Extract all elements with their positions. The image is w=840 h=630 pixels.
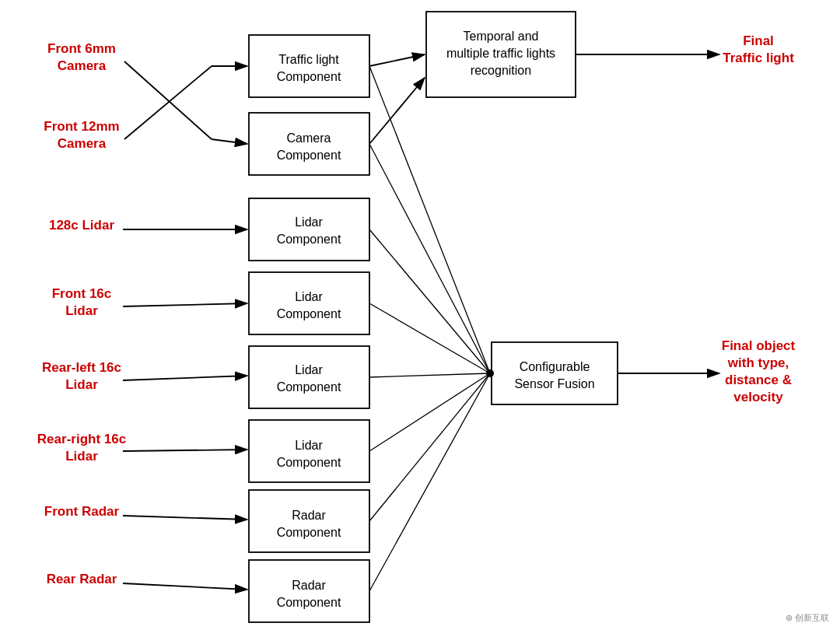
box-lidar2-label: Lidar (295, 290, 323, 303)
label-final-object-4: velocity (733, 390, 783, 404)
box-camera-label2: Component (277, 149, 341, 162)
label-front6mm-2: Camera (58, 58, 107, 73)
svg-line-13 (369, 66, 490, 373)
box-temporal-label2: multiple traffic lights (446, 47, 555, 60)
label-front6mm: Front 6mm (47, 41, 116, 56)
svg-line-15 (369, 229, 490, 373)
label-final-object-2: with type, (727, 355, 789, 370)
box-traffic-light-component (249, 35, 369, 97)
svg-line-9 (123, 583, 247, 590)
box-radar1-label: Radar (292, 509, 326, 522)
label-front16c-2: Lidar (65, 303, 98, 318)
box-lidar1-label2: Component (277, 233, 341, 246)
box-sensor-fusion-label2: Sensor Fusion (514, 377, 594, 390)
svg-line-5 (123, 303, 247, 306)
svg-point-21 (486, 369, 494, 377)
label-final-object: Final object (722, 338, 796, 353)
box-lidar3-component (249, 346, 369, 408)
svg-line-19 (369, 373, 490, 521)
svg-line-6 (123, 376, 247, 380)
box-lidar2-component (249, 272, 369, 334)
box-sensor-fusion-label: Configurable (520, 360, 590, 373)
svg-line-7 (123, 450, 247, 451)
label-rearright16c-2: Lidar (65, 449, 98, 464)
label-final-traffic: Final (743, 33, 774, 48)
svg-line-10 (369, 54, 425, 66)
label-front12mm-2: Camera (58, 136, 107, 151)
watermark: ⊛ 创新互联 (786, 613, 829, 622)
box-lidar2-label2: Component (277, 307, 341, 320)
box-temporal-label: Temporal and (464, 30, 539, 43)
label-final-object-3: distance & (725, 373, 792, 387)
box-traffic-light-label2: Component (277, 70, 341, 83)
box-radar2-label: Radar (292, 579, 326, 592)
label-final-traffic-2: Traffic light (723, 51, 794, 65)
label-rearradar: Rear Radar (47, 572, 117, 586)
label-frontradar: Front Radar (44, 504, 120, 519)
box-radar2-label2: Component (277, 596, 341, 609)
box-lidar3-label: Lidar (295, 363, 323, 376)
label-rearleft16c-2: Lidar (65, 377, 98, 392)
architecture-diagram: Front 6mm Camera Front 12mm Camera 128c … (0, 0, 840, 630)
box-radar1-label2: Component (277, 526, 341, 539)
box-lidar4-label: Lidar (295, 439, 323, 452)
svg-line-18 (369, 373, 490, 451)
label-rearleft16c: Rear-left 16c (42, 360, 121, 375)
svg-line-20 (369, 373, 490, 591)
box-sensor-fusion (492, 342, 618, 404)
label-rearright16c: Rear-right 16c (37, 432, 126, 446)
label-front12mm: Front 12mm (44, 119, 119, 134)
svg-line-8 (123, 516, 247, 520)
box-lidar4-label2: Component (277, 456, 341, 469)
box-lidar1-component (249, 198, 369, 261)
svg-line-17 (369, 373, 490, 377)
svg-line-3 (212, 139, 247, 144)
box-lidar3-label2: Component (277, 380, 341, 394)
box-temporal-label3: recognition (471, 64, 531, 77)
box-camera-label: Camera (287, 131, 331, 145)
label-front16c: Front 16c (52, 286, 112, 301)
box-traffic-light-label: Traffic light (278, 53, 339, 66)
box-lidar1-label: Lidar (295, 215, 323, 229)
label-lidar128c: 128c Lidar (49, 218, 114, 233)
